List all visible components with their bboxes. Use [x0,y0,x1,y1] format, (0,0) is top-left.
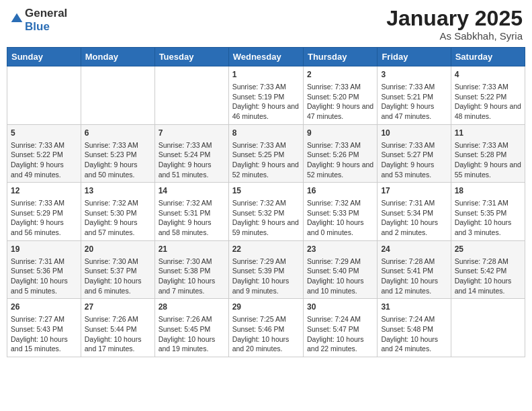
day-info: Sunrise: 7:31 AM [455,198,521,208]
day-info: Sunset: 5:37 PM [85,266,151,276]
day-info: Sunset: 5:36 PM [11,266,77,276]
calendar-cell: 19Sunrise: 7:31 AMSunset: 5:36 PMDayligh… [7,240,81,299]
day-info: Sunrise: 7:25 AM [232,314,300,324]
calendar-cell [81,66,154,125]
day-number: 19 [11,244,77,255]
day-number: 12 [11,185,77,197]
day-info: Sunset: 5:38 PM [159,266,225,276]
day-info: Sunrise: 7:33 AM [232,140,300,150]
day-info: Sunrise: 7:29 AM [232,257,300,267]
day-info: Sunrise: 7:31 AM [11,257,77,267]
day-info: Sunrise: 7:30 AM [159,257,225,267]
calendar-cell: 4Sunrise: 7:33 AMSunset: 5:22 PMDaylight… [451,66,525,125]
day-number: 14 [159,185,225,197]
day-info: Sunrise: 7:30 AM [85,257,151,267]
day-info: Daylight: 10 hours and 24 minutes. [381,334,447,354]
day-number: 10 [381,128,447,139]
day-info: Daylight: 9 hours and 52 minutes. [232,160,300,179]
day-number: 31 [381,302,447,313]
day-info: Daylight: 10 hours and 22 minutes. [307,334,373,354]
day-of-week-header: Sunday [7,48,81,66]
calendar-week-row: 1Sunrise: 7:33 AMSunset: 5:19 PMDaylight… [7,66,525,125]
day-number: 25 [455,244,521,255]
logo-general: General [25,7,67,20]
day-info: Sunset: 5:27 PM [381,150,447,160]
day-info: Daylight: 10 hours and 2 minutes. [381,218,447,237]
day-number: 21 [159,244,225,255]
day-number: 26 [11,302,77,313]
day-info: Sunset: 5:45 PM [159,324,225,334]
day-info: Sunset: 5:39 PM [232,266,300,276]
calendar-week-row: 5Sunrise: 7:33 AMSunset: 5:22 PMDaylight… [7,124,525,183]
day-info: Daylight: 9 hours and 47 minutes. [307,101,373,121]
day-number: 18 [455,185,521,197]
day-info: Sunrise: 7:33 AM [307,140,373,150]
day-info: Sunset: 5:19 PM [232,92,300,102]
day-number: 7 [159,128,225,139]
day-info: Sunset: 5:34 PM [381,208,447,218]
calendar-cell: 18Sunrise: 7:31 AMSunset: 5:35 PMDayligh… [451,183,525,241]
day-info: Daylight: 10 hours and 6 minutes. [85,276,151,295]
calendar-cell: 21Sunrise: 7:30 AMSunset: 5:38 PMDayligh… [154,240,228,299]
day-info: Sunrise: 7:33 AM [11,140,77,150]
calendar-cell: 2Sunrise: 7:33 AMSunset: 5:20 PMDaylight… [303,66,377,125]
calendar-header-row: SundayMondayTuesdayWednesdayThursdayFrid… [7,48,525,66]
day-info: Sunset: 5:26 PM [307,150,373,160]
calendar-cell: 24Sunrise: 7:28 AMSunset: 5:41 PMDayligh… [378,240,451,299]
day-number: 11 [455,128,521,139]
calendar-cell: 29Sunrise: 7:25 AMSunset: 5:46 PMDayligh… [228,299,303,357]
calendar-cell: 7Sunrise: 7:33 AMSunset: 5:24 PMDaylight… [154,124,228,183]
day-info: Daylight: 10 hours and 15 minutes. [11,334,77,354]
calendar-cell: 20Sunrise: 7:30 AMSunset: 5:37 PMDayligh… [81,240,154,299]
calendar-cell: 27Sunrise: 7:26 AMSunset: 5:44 PMDayligh… [81,299,154,357]
day-info: Sunset: 5:32 PM [232,208,300,218]
day-of-week-header: Saturday [451,48,525,66]
day-info: Sunset: 5:41 PM [381,266,447,276]
day-info: Sunset: 5:48 PM [381,324,447,334]
day-info: Daylight: 10 hours and 9 minutes. [232,276,300,295]
calendar-cell: 26Sunrise: 7:27 AMSunset: 5:43 PMDayligh… [7,299,81,357]
day-number: 2 [307,69,373,81]
day-number: 24 [381,244,447,255]
day-number: 5 [11,128,77,139]
day-info: Sunrise: 7:29 AM [307,257,373,267]
calendar-cell: 15Sunrise: 7:32 AMSunset: 5:32 PMDayligh… [228,183,303,241]
day-info: Daylight: 9 hours and 56 minutes. [11,218,77,237]
day-info: Sunset: 5:21 PM [381,92,447,102]
day-info: Daylight: 9 hours and 51 minutes. [159,160,225,179]
day-of-week-header: Monday [81,48,154,66]
day-info: Sunrise: 7:33 AM [11,198,77,208]
day-info: Daylight: 9 hours and 59 minutes. [232,218,300,237]
day-info: Sunset: 5:30 PM [85,208,151,218]
day-info: Daylight: 10 hours and 19 minutes. [159,334,225,354]
day-info: Sunrise: 7:26 AM [159,314,225,324]
day-number: 4 [455,69,521,81]
day-info: Daylight: 9 hours and 46 minutes. [232,101,300,121]
day-number: 23 [307,244,373,255]
location: As Sabkhah, Syria [386,30,523,42]
day-info: Sunset: 5:29 PM [11,208,77,218]
day-info: Sunrise: 7:33 AM [381,82,447,92]
logo: General Blue [9,7,67,33]
day-info: Sunrise: 7:33 AM [159,140,225,150]
day-number: 6 [85,128,151,139]
day-info: Sunrise: 7:33 AM [455,82,521,92]
calendar-cell [7,66,81,125]
day-number: 28 [159,302,225,313]
day-of-week-header: Wednesday [228,48,303,66]
day-info: Sunset: 5:31 PM [159,208,225,218]
day-info: Sunset: 5:23 PM [85,150,151,160]
calendar-cell: 10Sunrise: 7:33 AMSunset: 5:27 PMDayligh… [378,124,451,183]
day-info: Sunset: 5:33 PM [307,208,373,218]
day-number: 8 [232,128,300,139]
day-info: Daylight: 10 hours and 5 minutes. [11,276,77,295]
day-info: Daylight: 9 hours and 53 minutes. [381,160,447,179]
day-info: Sunset: 5:22 PM [11,150,77,160]
day-info: Sunrise: 7:32 AM [159,198,225,208]
day-number: 29 [232,302,300,313]
day-info: Sunrise: 7:24 AM [381,314,447,324]
title-block: January 2025 As Sabkhah, Syria [386,7,523,42]
day-info: Sunset: 5:24 PM [159,150,225,160]
day-info: Daylight: 10 hours and 12 minutes. [381,276,447,295]
day-info: Daylight: 9 hours and 52 minutes. [307,160,373,179]
